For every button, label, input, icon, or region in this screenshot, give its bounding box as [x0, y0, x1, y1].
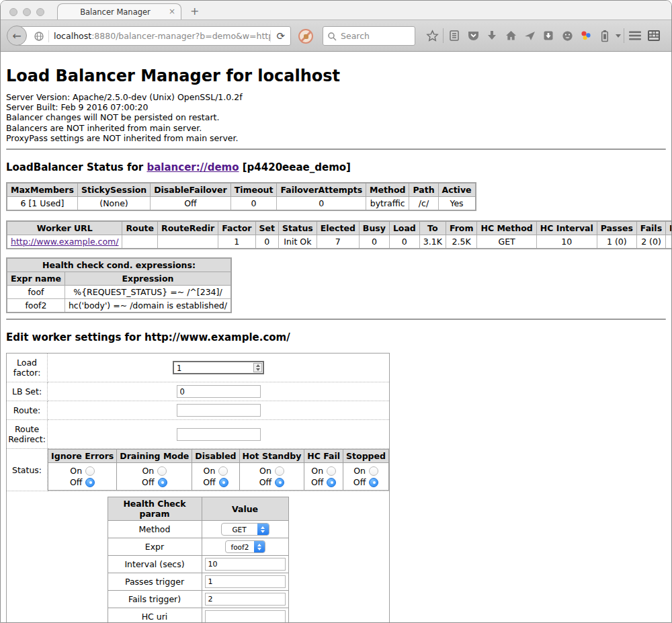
data-cell: bytraffic: [366, 197, 409, 211]
header-cell: StickySession: [77, 183, 150, 197]
header-cell: Method: [366, 183, 409, 197]
data-cell: 0: [277, 197, 366, 211]
persist-note-line: Balancer changes will NOT be persisted o…: [6, 112, 666, 122]
hot-standby-on-radio[interactable]: [275, 466, 284, 476]
inherit-note-line: Balancers are NOT inherited from main se…: [6, 123, 666, 133]
server-info: Server Version: Apache/2.5.0-dev (Unix) …: [6, 92, 666, 143]
zoom-window-button[interactable]: [36, 8, 44, 16]
disabled-on-radio[interactable]: [218, 466, 228, 476]
status-col-header: Draining Mode: [117, 450, 192, 463]
route-redirect-input[interactable]: [177, 428, 261, 441]
worker-url-cell: http://www.example.com/: [7, 235, 122, 249]
reload-button[interactable]: ⟳: [270, 30, 290, 42]
hc-row-uri: HC uri: [108, 608, 288, 623]
tab-title: Balancer Manager: [76, 7, 163, 17]
hc-param-label: Method: [108, 521, 202, 538]
draining-mode-on-radio[interactable]: [157, 466, 167, 476]
worker-table: Worker URL Route RouteRedir Factor Set S…: [6, 220, 671, 249]
status-cell-draining-mode: On Off: [117, 463, 192, 491]
battery-extension-icon[interactable]: [595, 20, 614, 51]
home-icon[interactable]: [501, 20, 520, 51]
hc-row-fails: Fails trigger): [108, 591, 288, 608]
header-cell: HC uri: [666, 221, 671, 235]
balancer-demo-link[interactable]: balancer://demo: [146, 161, 239, 173]
tab-close-icon[interactable]: ×: [169, 7, 175, 16]
status-cell-stopped: On Off: [343, 463, 389, 491]
download-icon[interactable]: [482, 20, 501, 51]
status-col-header: Disabled: [192, 450, 239, 463]
data-cell: 1: [218, 235, 255, 249]
back-button[interactable]: ←: [7, 26, 27, 46]
status-col-header: Stopped: [343, 450, 389, 463]
toolbar-icons: [423, 20, 671, 51]
worker-url-link[interactable]: http://www.example.com/: [11, 237, 118, 247]
hc-param-label: Interval (secs): [108, 556, 202, 573]
stopped-off-radio[interactable]: [369, 478, 378, 487]
overflow-caret-icon[interactable]: [616, 34, 621, 38]
hc-fail-on-radio[interactable]: [327, 466, 336, 476]
globe-icon: [34, 31, 44, 42]
data-cell: [122, 235, 158, 249]
minimize-window-button[interactable]: [23, 8, 31, 16]
table-row: http://www.example.com/ 1 0 Init Ok 7 0 …: [7, 235, 671, 249]
close-window-button[interactable]: [9, 8, 17, 16]
header-cell: From: [446, 221, 477, 235]
radio-label: On: [311, 466, 323, 476]
pocket-icon[interactable]: [464, 20, 482, 51]
data-cell: (None): [77, 197, 150, 211]
fails-trigger-input[interactable]: [205, 593, 286, 606]
status-col-header: HC Fail: [304, 450, 343, 463]
passes-trigger-input[interactable]: [205, 575, 286, 588]
draining-mode-off-radio[interactable]: [158, 478, 167, 487]
health-check-table: Health Check param Value Method GET: [108, 497, 289, 623]
route-input[interactable]: [177, 404, 261, 417]
tab-balancer-manager[interactable]: Balancer Manager ×: [57, 3, 181, 20]
header-cell: Status: [279, 221, 317, 235]
bookmark-star-icon[interactable]: [423, 20, 442, 51]
frame-download-icon[interactable]: [539, 20, 558, 51]
new-tab-button[interactable]: +: [190, 6, 199, 17]
disabled-off-radio[interactable]: [219, 478, 228, 487]
hc-param-label: Fails trigger): [108, 591, 202, 608]
url-bar[interactable]: localhost:8880/balancer-manager?b=demo&w…: [17, 26, 291, 46]
hc-uri-input[interactable]: [205, 610, 286, 623]
data-cell: /c/: [409, 197, 438, 211]
window-controls: [9, 8, 44, 16]
data-cell: 3.1K: [419, 235, 446, 249]
table-header-row: Worker URL Route RouteRedir Factor Set S…: [7, 221, 671, 235]
interval-input[interactable]: [205, 558, 286, 571]
lb-set-input[interactable]: [177, 385, 261, 398]
hc-fail-off-radio[interactable]: [327, 478, 336, 487]
hc-row-method: Method GET: [108, 521, 288, 538]
menu-hamburger-icon[interactable]: [626, 20, 644, 51]
content-blocker-icon[interactable]: [298, 29, 313, 44]
header-cell: Expression: [65, 272, 231, 286]
proxypass-note-line: ProxyPass settings are NOT inherited fro…: [6, 133, 666, 143]
hc-row-passes: Passes trigger: [108, 573, 288, 591]
header-cell: HC Method: [477, 221, 536, 235]
method-select[interactable]: GET: [221, 523, 269, 536]
send-tab-icon[interactable]: [520, 20, 539, 51]
ignore-errors-on-radio[interactable]: [85, 466, 95, 476]
ignore-errors-off-radio[interactable]: [85, 478, 95, 487]
divider: [6, 149, 666, 150]
forum-smiley-icon[interactable]: [558, 20, 577, 51]
table-row: 6 [1 Used] (None) Off 0 0 bytraffic /c/ …: [7, 197, 476, 211]
expr-table: Health check cond. expressions: Expr nam…: [6, 257, 232, 313]
header-cell: Worker URL: [7, 221, 122, 235]
expr-select[interactable]: foof2: [225, 540, 265, 553]
search-input[interactable]: Search: [323, 26, 415, 46]
form-row-health-check: Health Check param Value Method GET: [7, 491, 390, 623]
extension-colordots-icon[interactable]: [577, 20, 595, 51]
stopped-on-radio[interactable]: [369, 466, 378, 476]
number-stepper[interactable]: [253, 363, 262, 372]
tile-grid-icon[interactable]: [644, 20, 663, 51]
select-stepper-icon: [257, 523, 269, 536]
reading-list-icon[interactable]: [445, 20, 464, 51]
load-factor-input[interactable]: 1: [173, 361, 264, 374]
hot-standby-off-radio[interactable]: [275, 478, 284, 487]
table-header-row: Expr name Expression: [7, 272, 231, 286]
header-cell: Passes: [597, 221, 636, 235]
status-header-row: Ignore Errors Draining Mode Disabled Hot…: [48, 450, 389, 463]
edit-worker-heading: Edit worker settings for http://www.exam…: [6, 331, 666, 343]
